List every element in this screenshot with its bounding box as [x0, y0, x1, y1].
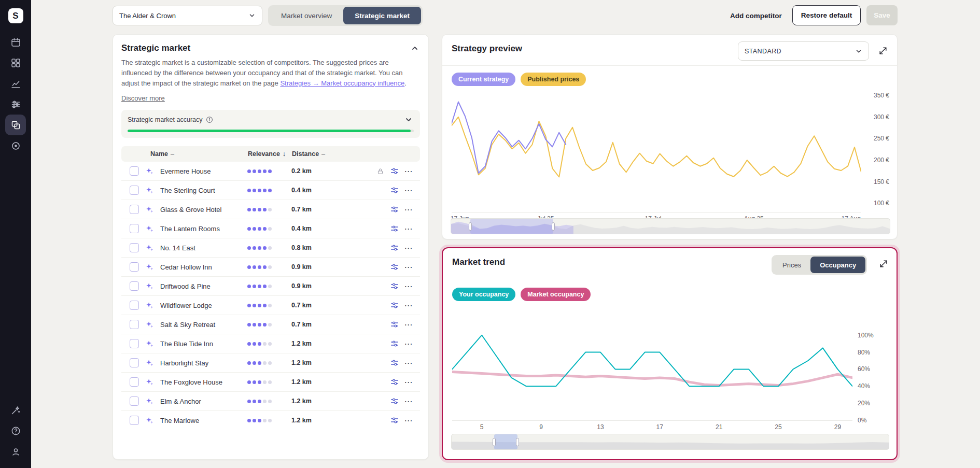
row-menu-button[interactable]: ⋯ — [402, 186, 415, 195]
row-checkbox[interactable] — [130, 339, 139, 348]
row-menu-button[interactable]: ⋯ — [402, 243, 415, 253]
legend-chip-market-occupancy[interactable]: Market occupancy — [521, 288, 591, 301]
row-menu-button[interactable]: ⋯ — [402, 320, 415, 330]
header-relevance[interactable]: Relevance↓ — [248, 150, 292, 158]
row-checkbox[interactable] — [130, 416, 139, 425]
dashboard-icon[interactable] — [5, 52, 26, 73]
row-checkbox[interactable] — [130, 320, 139, 329]
row-checkbox[interactable] — [130, 205, 139, 214]
table-row[interactable]: Elm & Anchor1.2 km⋯ — [121, 392, 420, 411]
scrubber-handle-left[interactable] — [469, 222, 472, 231]
help-icon[interactable] — [5, 420, 26, 441]
row-menu-button[interactable]: ⋯ — [402, 166, 415, 176]
table-row[interactable]: The Sterling Court0.4 km⋯ — [121, 181, 420, 200]
strategy-selector[interactable]: STANDARD — [738, 41, 869, 61]
discover-more-link[interactable]: Discover more — [121, 94, 165, 102]
strategies-link[interactable]: Strategies → Market occupancy influence — [280, 79, 404, 87]
property-selector[interactable]: The Alder & Crown — [113, 6, 262, 25]
tab-occupancy[interactable]: Occupancy — [810, 257, 865, 273]
legend-chip-your-occupancy[interactable]: Your occupancy — [452, 288, 515, 301]
header-name[interactable]: Name– — [130, 150, 248, 158]
table-row[interactable]: Driftwood & Pine0.9 km⋯ — [121, 277, 420, 296]
competitor-name: Cedar Hollow Inn — [160, 263, 247, 271]
collapse-chevron-up-icon[interactable] — [410, 43, 420, 53]
row-checkbox[interactable] — [130, 396, 139, 406]
row-menu-button[interactable]: ⋯ — [402, 281, 415, 291]
adjust-sliders-icon[interactable] — [387, 205, 402, 214]
row-checkbox[interactable] — [130, 224, 139, 233]
row-menu-button[interactable]: ⋯ — [402, 205, 415, 215]
sliders-icon[interactable] — [5, 94, 26, 115]
tab-prices[interactable]: Prices — [773, 257, 810, 273]
scrubber-handle-left[interactable] — [493, 438, 496, 446]
adjust-sliders-icon[interactable] — [387, 396, 402, 406]
adjust-sliders-icon[interactable] — [387, 358, 402, 367]
table-row[interactable]: Harborlight Stay1.2 km⋯ — [121, 353, 420, 373]
adjust-sliders-icon[interactable] — [387, 301, 402, 310]
restore-default-button[interactable]: Restore default — [792, 5, 861, 25]
target-icon[interactable] — [5, 135, 26, 156]
table-row[interactable]: Evermere House0.2 km⋯ — [121, 162, 420, 181]
scrubber-selection[interactable] — [494, 434, 518, 449]
table-row[interactable]: Glass & Grove Hotel0.7 km⋯ — [121, 200, 420, 219]
row-menu-button[interactable]: ⋯ — [402, 339, 415, 349]
table-row[interactable]: The Foxglove House1.2 km⋯ — [121, 373, 420, 392]
row-menu-button[interactable]: ⋯ — [402, 396, 415, 406]
tab-market-overview[interactable]: Market overview — [270, 7, 343, 24]
timeline-scrubber[interactable] — [451, 218, 890, 234]
adjust-sliders-icon[interactable] — [387, 377, 402, 387]
adjust-sliders-icon[interactable] — [387, 262, 402, 272]
row-checkbox[interactable] — [130, 243, 139, 252]
market-icon[interactable] — [5, 115, 26, 135]
wand-icon[interactable] — [5, 400, 26, 420]
row-menu-button[interactable]: ⋯ — [402, 358, 415, 368]
adjust-sliders-icon[interactable] — [387, 224, 402, 233]
adjust-sliders-icon[interactable] — [387, 339, 402, 348]
ai-sparkle-icon — [145, 301, 160, 310]
calendar-icon[interactable] — [5, 32, 26, 52]
row-menu-button[interactable]: ⋯ — [402, 377, 415, 387]
chart-icon[interactable] — [5, 73, 26, 94]
table-row[interactable]: No. 14 East0.8 km⋯ — [121, 238, 420, 258]
scrubber-selection[interactable] — [470, 219, 553, 234]
save-button[interactable]: Save — [866, 5, 898, 25]
row-checkbox[interactable] — [130, 186, 139, 195]
row-checkbox[interactable] — [130, 301, 139, 310]
table-row[interactable]: Wildflower Lodge0.7 km⋯ — [121, 296, 420, 315]
relevance-dots — [247, 246, 291, 250]
row-menu-button[interactable]: ⋯ — [402, 416, 415, 426]
adjust-sliders-icon[interactable] — [387, 281, 402, 291]
scrubber-handle-right[interactable] — [552, 222, 555, 231]
add-competitor-button[interactable]: Add competitor — [727, 6, 785, 25]
row-checkbox[interactable] — [130, 358, 139, 367]
row-checkbox[interactable] — [130, 377, 139, 387]
row-checkbox[interactable] — [130, 281, 139, 291]
table-row[interactable]: Salt & Sky Retreat0.7 km⋯ — [121, 315, 420, 334]
row-menu-button[interactable]: ⋯ — [402, 262, 415, 272]
scrubber-handle-right[interactable] — [516, 438, 519, 446]
adjust-sliders-icon[interactable] — [387, 416, 402, 425]
adjust-sliders-icon[interactable] — [387, 243, 402, 252]
row-menu-button[interactable]: ⋯ — [402, 224, 415, 234]
relevance-dots — [247, 400, 291, 403]
adjust-sliders-icon[interactable] — [387, 186, 402, 195]
header-distance[interactable]: Distance– — [292, 150, 413, 158]
user-icon[interactable] — [5, 441, 26, 462]
accuracy-section[interactable]: Strategic market accuracy — [121, 110, 420, 138]
expand-icon[interactable] — [876, 44, 890, 59]
row-menu-button[interactable]: ⋯ — [402, 301, 415, 310]
table-row[interactable]: Cedar Hollow Inn0.9 km⋯ — [121, 258, 420, 277]
row-checkbox[interactable] — [130, 262, 139, 272]
row-checkbox[interactable] — [130, 166, 139, 176]
adjust-sliders-icon[interactable] — [387, 320, 402, 329]
accuracy-chevron-down-icon[interactable] — [403, 115, 414, 125]
table-row[interactable]: The Marlowe1.2 km⋯ — [121, 411, 420, 430]
table-row[interactable]: The Blue Tide Inn1.2 km⋯ — [121, 334, 420, 353]
tab-strategic-market[interactable]: Strategic market — [343, 7, 421, 24]
table-row[interactable]: The Lantern Rooms0.4 km⋯ — [121, 219, 420, 238]
expand-icon[interactable] — [876, 257, 891, 272]
strategy-selector-value: STANDARD — [745, 48, 781, 55]
timeline-scrubber[interactable] — [451, 434, 889, 450]
adjust-sliders-icon[interactable] — [387, 166, 402, 176]
app-logo[interactable]: S — [8, 8, 23, 23]
